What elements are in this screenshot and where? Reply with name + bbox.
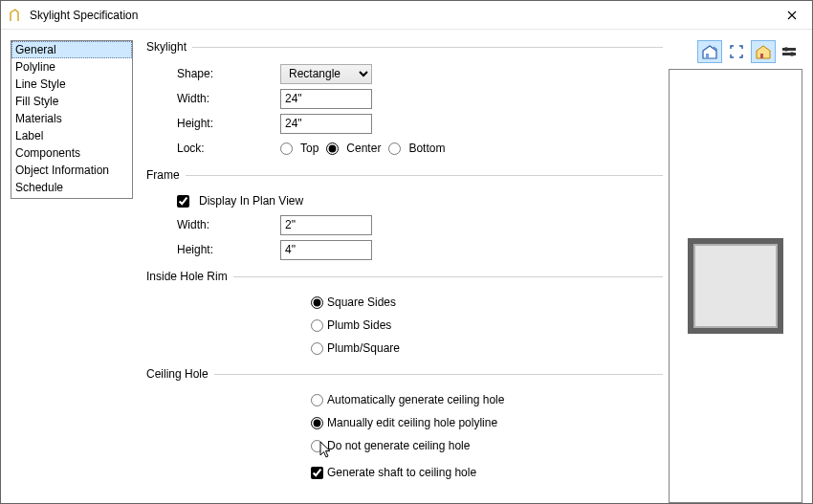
lock-label: Lock: bbox=[177, 142, 280, 155]
inside-hole-rim-legend: Inside Hole Rim bbox=[146, 270, 233, 283]
rim-square-label: Square Sides bbox=[327, 296, 396, 309]
lock-bottom-input[interactable] bbox=[388, 142, 401, 155]
inside-hole-rim-group: Inside Hole Rim Square Sides Plumb Sides… bbox=[146, 270, 663, 360]
skylight-group: Skylight Shape: Rectangle Width: Height: bbox=[146, 40, 663, 161]
preview-tool-settings[interactable] bbox=[778, 40, 802, 63]
generate-shaft-checkbox[interactable]: Generate shaft to ceiling hole bbox=[311, 461, 663, 484]
sidebar-item-label: Object Information bbox=[15, 164, 109, 177]
display-plan-input[interactable] bbox=[177, 195, 189, 208]
main-panel: Skylight Shape: Rectangle Width: Height: bbox=[133, 40, 669, 503]
frame-legend: Frame bbox=[146, 168, 186, 182]
rim-plumb-square-label: Plumb/Square bbox=[327, 341, 400, 355]
generate-shaft-label: Generate shaft to ceiling hole bbox=[327, 466, 476, 479]
dialog-body: General Polyline Line Style Fill Style M… bbox=[1, 31, 812, 503]
skylight-height-label: Height: bbox=[177, 117, 280, 130]
rim-square-radio[interactable]: Square Sides bbox=[311, 291, 663, 314]
sidebar-item-label: Components bbox=[15, 146, 80, 160]
skylight-legend: Skylight bbox=[146, 40, 192, 54]
lock-center-input[interactable] bbox=[326, 142, 339, 155]
ceiling-none-input[interactable] bbox=[311, 440, 323, 452]
display-plan-checkbox[interactable]: Display In Plan View bbox=[177, 189, 663, 212]
sidebar-item-label: Fill Style bbox=[15, 95, 58, 108]
frame-height-label: Height: bbox=[177, 243, 280, 256]
rim-plumb-label: Plumb Sides bbox=[327, 318, 391, 332]
preview-tool-color[interactable] bbox=[751, 40, 776, 63]
lock-center-label: Center bbox=[346, 142, 381, 155]
ceiling-auto-radio[interactable]: Automatically generate ceiling hole bbox=[311, 388, 663, 411]
lock-bottom-label: Bottom bbox=[408, 142, 445, 155]
svg-point-4 bbox=[784, 47, 788, 51]
sidebar-item-label: Materials bbox=[15, 112, 62, 125]
svg-rect-0 bbox=[706, 54, 709, 58]
sidebar-item-line-style[interactable]: Line Style bbox=[11, 76, 132, 93]
house-plan-icon bbox=[701, 44, 718, 59]
fullscreen-icon bbox=[729, 44, 744, 59]
frame-height-input[interactable] bbox=[280, 240, 372, 260]
rim-plumb-input[interactable] bbox=[311, 319, 323, 332]
house-color-icon bbox=[755, 44, 772, 59]
ceiling-none-radio[interactable]: Do not generate ceiling hole bbox=[311, 434, 663, 457]
sidebar-item-schedule[interactable]: Schedule bbox=[11, 179, 132, 196]
close-button[interactable] bbox=[772, 1, 812, 30]
dialog-window: Skylight Specification General Polyline … bbox=[0, 0, 813, 504]
preview-canvas[interactable] bbox=[669, 69, 802, 503]
ceiling-manual-input[interactable] bbox=[311, 417, 323, 429]
ceiling-hole-legend: Ceiling Hole bbox=[146, 367, 214, 381]
titlebar: Skylight Specification bbox=[1, 1, 812, 30]
app-icon bbox=[9, 8, 24, 23]
sidebar-item-polyline[interactable]: Polyline bbox=[11, 58, 132, 76]
skylight-width-input[interactable] bbox=[280, 89, 372, 109]
ceiling-auto-label: Automatically generate ceiling hole bbox=[327, 393, 504, 406]
sidebar-item-components[interactable]: Components bbox=[11, 144, 132, 162]
frame-width-label: Width: bbox=[177, 218, 280, 231]
frame-width-input[interactable] bbox=[280, 215, 372, 235]
sidebar-item-general[interactable]: General bbox=[11, 41, 132, 58]
sidebar-item-label: Label bbox=[15, 129, 43, 142]
preview-tool-fullscreen[interactable] bbox=[724, 40, 749, 63]
svg-point-5 bbox=[790, 52, 794, 55]
sidebar-item-materials[interactable]: Materials bbox=[11, 110, 132, 127]
generate-shaft-input[interactable] bbox=[311, 467, 323, 479]
skylight-height-input[interactable] bbox=[280, 114, 372, 134]
ceiling-auto-input[interactable] bbox=[311, 394, 323, 406]
ceiling-none-label: Do not generate ceiling hole bbox=[327, 439, 470, 452]
close-icon bbox=[787, 11, 797, 20]
display-plan-label: Display In Plan View bbox=[199, 194, 303, 208]
category-sidebar: General Polyline Line Style Fill Style M… bbox=[11, 40, 133, 199]
sidebar-item-label: Line Style bbox=[15, 77, 66, 91]
preview-tool-plan[interactable] bbox=[697, 40, 722, 63]
preview-toolbar bbox=[669, 40, 802, 65]
sidebar-item-label: Schedule bbox=[15, 181, 63, 194]
sidebar-item-fill-style[interactable]: Fill Style bbox=[11, 93, 132, 110]
frame-group: Frame Display In Plan View Width: Height… bbox=[146, 168, 663, 262]
shape-label: Shape: bbox=[177, 67, 280, 80]
sidebar-item-label[interactable]: Label bbox=[11, 127, 132, 144]
rim-plumb-radio[interactable]: Plumb Sides bbox=[311, 314, 663, 337]
lock-bottom-radio[interactable]: Bottom bbox=[388, 142, 445, 155]
lock-top-input[interactable] bbox=[280, 142, 293, 155]
skylight-preview-shape bbox=[688, 238, 783, 334]
svg-rect-1 bbox=[760, 54, 763, 58]
skylight-width-label: Width: bbox=[177, 92, 280, 105]
sidebar-item-object-information[interactable]: Object Information bbox=[11, 162, 132, 179]
rim-square-input[interactable] bbox=[311, 296, 323, 309]
lock-top-radio[interactable]: Top bbox=[280, 142, 319, 155]
lock-top-label: Top bbox=[300, 142, 319, 155]
ceiling-manual-radio[interactable]: Manually edit ceiling hole polyline bbox=[311, 411, 663, 434]
window-title: Skylight Specification bbox=[30, 9, 772, 22]
lock-center-radio[interactable]: Center bbox=[326, 142, 381, 155]
ceiling-hole-group: Ceiling Hole Automatically generate ceil… bbox=[146, 367, 663, 484]
rim-plumb-square-radio[interactable]: Plumb/Square bbox=[311, 337, 663, 360]
settings-icon bbox=[781, 46, 799, 57]
rim-plumb-square-input[interactable] bbox=[311, 342, 323, 355]
shape-select[interactable]: Rectangle bbox=[280, 64, 372, 84]
preview-panel bbox=[669, 40, 802, 503]
sidebar-item-label: General bbox=[15, 43, 56, 56]
sidebar-item-label: Polyline bbox=[15, 60, 55, 74]
ceiling-manual-label: Manually edit ceiling hole polyline bbox=[327, 416, 497, 429]
